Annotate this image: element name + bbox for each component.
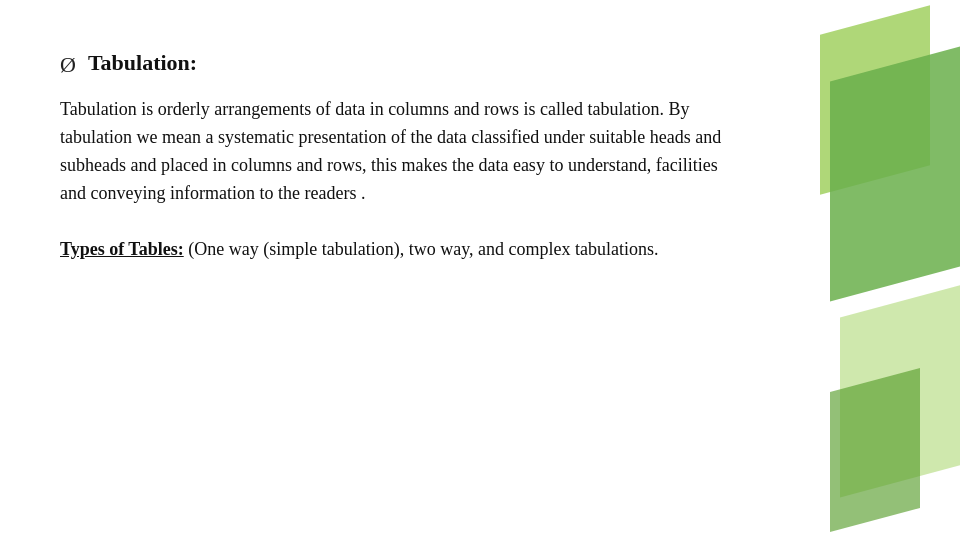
types-label: Types of Tables: bbox=[60, 239, 184, 259]
deco-shape-large bbox=[830, 39, 960, 302]
bullet-header: Ø Tabulation: bbox=[60, 50, 740, 78]
deco-shape-bottom bbox=[830, 368, 920, 532]
bullet-symbol: Ø bbox=[60, 52, 76, 78]
deco-shape-small bbox=[840, 283, 960, 498]
types-text: (One way (simple tabulation), two way, a… bbox=[184, 239, 659, 259]
slide: Ø Tabulation: Tabulation is orderly arra… bbox=[0, 0, 960, 540]
types-paragraph: Types of Tables: (One way (simple tabula… bbox=[60, 236, 740, 264]
deco-shape-medium bbox=[820, 5, 930, 194]
main-paragraph: Tabulation is orderly arrangements of da… bbox=[60, 96, 740, 208]
section-heading: Tabulation: bbox=[88, 50, 197, 76]
decorative-shapes bbox=[760, 0, 960, 540]
slide-content: Ø Tabulation: Tabulation is orderly arra… bbox=[60, 50, 740, 500]
